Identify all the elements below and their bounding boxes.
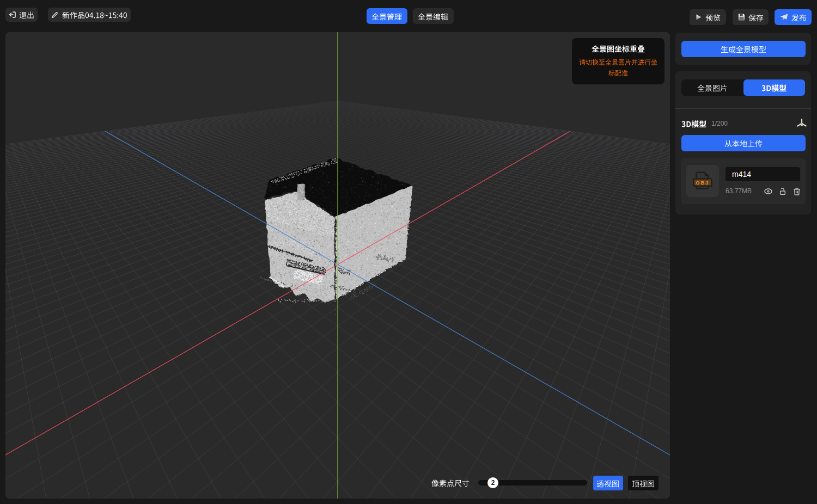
svg-text:OBJ: OBJ [696, 180, 710, 185]
